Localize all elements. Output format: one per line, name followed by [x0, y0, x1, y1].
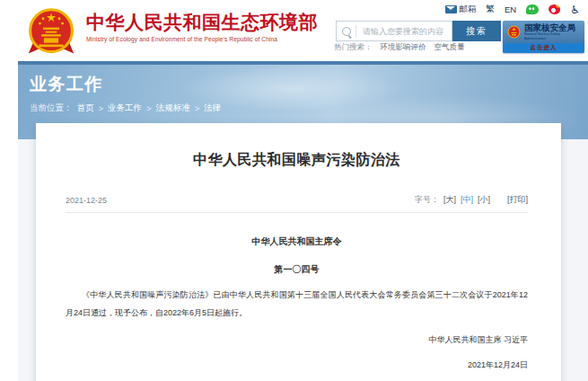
breadcrumb-home[interactable]: 首页: [77, 102, 94, 114]
traditional-chinese-toggle[interactable]: 繁: [487, 4, 496, 15]
font-size-label: 字号：: [415, 194, 439, 206]
accessibility-icon[interactable]: ♿: [570, 4, 580, 15]
signature-date: 2021年12月24日: [66, 356, 528, 374]
meta-divider: [66, 212, 528, 213]
breadcrumb-business[interactable]: 业务工作: [108, 102, 142, 114]
breadcrumb-label: 当前位置：: [30, 102, 73, 114]
search-button[interactable]: 搜索: [452, 21, 501, 41]
font-size-small-button[interactable]: [小]: [478, 194, 490, 206]
nnsa-enter-strip[interactable]: 点击进入: [503, 43, 584, 53]
english-toggle[interactable]: EN: [505, 4, 516, 14]
nnsa-enter-label: 点击进入: [531, 44, 557, 52]
quick-links-bar: 邮箱 繁 EN ♿: [445, 4, 580, 15]
breadcrumb-regulations[interactable]: 法规标准: [156, 102, 190, 114]
nnsa-subtitle: National Nuclear Safety Administration: [524, 32, 581, 41]
site-title: 中华人民共和国生态环境部: [86, 12, 318, 33]
signature-line: 中华人民共和国主席 习近平: [66, 331, 528, 349]
hot-search-row: 热门搜索： 环境影响评价 空气质量: [334, 42, 465, 53]
decree-heading: 中华人民共和国主席令: [66, 220, 528, 248]
search-input[interactable]: [361, 26, 452, 37]
nnsa-banner-button[interactable]: 国家核安全局 National Nuclear Safety Administr…: [503, 21, 584, 53]
search-bar: 搜索: [336, 21, 501, 41]
breadcrumb-laws[interactable]: 法律: [204, 102, 221, 114]
nnsa-text: 国家核安全局 National Nuclear Safety Administr…: [524, 23, 581, 41]
nnsa-name: 国家核安全局: [524, 23, 581, 32]
breadcrumb-separator: >: [146, 103, 152, 113]
article-meta-row: 2021-12-25 字号： [大] [中] [小] [打印]: [66, 194, 528, 206]
nnsa-emblem-icon: [507, 25, 521, 40]
site-logo-text: 中华人民共和国生态环境部 Ministry of Ecology and Env…: [86, 12, 318, 42]
hot-link-eia[interactable]: 环境影响评价: [381, 42, 426, 53]
font-size-controls: 字号： [大] [中] [小] [打印]: [415, 194, 528, 206]
font-size-medium-button[interactable]: [中]: [461, 194, 473, 206]
print-button[interactable]: [打印]: [507, 194, 528, 206]
article-title: 中华人民共和国噪声污染防治法: [66, 123, 528, 170]
site-header: 中华人民共和国生态环境部 Ministry of Ecology and Env…: [0, 0, 588, 61]
national-emblem-logo[interactable]: [27, 6, 75, 58]
hot-link-air-quality[interactable]: 空气质量: [434, 42, 465, 53]
section-title: 业务工作: [30, 65, 588, 96]
publish-date: 2021-12-25: [66, 196, 107, 205]
site-subtitle: Ministry of Ecology and Environment of t…: [86, 36, 318, 42]
decree-number: 第一〇四号: [66, 248, 528, 276]
mail-icon: [445, 5, 457, 13]
search-box: [336, 21, 452, 41]
breadcrumb-separator: >: [195, 103, 200, 113]
weibo-icon[interactable]: [549, 4, 560, 14]
mail-label: 邮箱: [460, 4, 477, 15]
breadcrumb: 当前位置： 首页 > 业务工作 > 法规标准 > 法律: [30, 102, 588, 114]
breadcrumb-separator: >: [99, 103, 104, 113]
hot-search-label: 热门搜索：: [334, 42, 373, 53]
mail-link[interactable]: 邮箱: [445, 4, 477, 15]
font-size-large-button[interactable]: [大]: [443, 194, 456, 206]
search-divider: [355, 25, 356, 37]
search-icon: [342, 27, 351, 36]
article-paragraph: 《中华人民共和国噪声污染防治法》已由中华人民共和国第十三届全国人民代表大会常务委…: [66, 286, 528, 322]
nnsa-top: 国家核安全局 National Nuclear Safety Administr…: [503, 21, 584, 42]
article-card: 中华人民共和国噪声污染防治法 2021-12-25 字号： [大] [中] [小…: [36, 123, 561, 381]
wechat-icon[interactable]: [526, 4, 539, 14]
